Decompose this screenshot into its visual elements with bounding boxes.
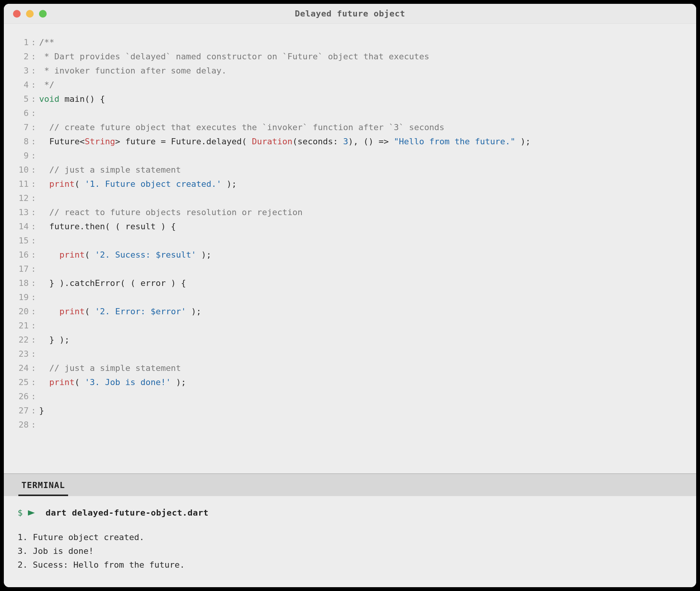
code-line: 9: — [8, 149, 687, 163]
code-line: 6: — [8, 106, 687, 120]
line-number: 20 — [8, 304, 29, 318]
line-separator: : — [29, 149, 39, 163]
code-content: } ).catchError( ( error ) { — [39, 276, 186, 290]
code-line: 21: — [8, 318, 687, 333]
window-title: Delayed future object — [4, 9, 696, 18]
line-separator: : — [29, 389, 39, 403]
line-number: 2 — [8, 49, 29, 64]
terminal-command: dart delayed-future-object.dart — [46, 506, 208, 520]
line-number: 5 — [8, 92, 29, 106]
code-line: 22: } ); — [8, 333, 687, 347]
line-number: 26 — [8, 389, 29, 403]
line-separator: : — [29, 418, 39, 432]
terminal-tabbar: TERMINAL — [4, 474, 696, 496]
line-number: 17 — [8, 262, 29, 276]
line-separator: : — [29, 134, 39, 149]
terminal-output-line: 3. Job is done! — [18, 544, 682, 558]
line-number: 9 — [8, 149, 29, 163]
terminal-panel: TERMINAL $ dart delayed-future-object.da… — [4, 473, 696, 587]
line-separator: : — [29, 35, 39, 49]
code-content: // just a simple statement — [39, 361, 181, 375]
code-line: 27:} — [8, 403, 687, 418]
code-content: print( '1. Future object created.' ); — [39, 177, 237, 191]
code-content: } — [39, 403, 44, 418]
line-separator: : — [29, 177, 39, 191]
code-line: 17: — [8, 262, 687, 276]
window-controls — [4, 10, 47, 18]
code-line: 10: // just a simple statement — [8, 163, 687, 177]
code-line: 26: — [8, 389, 687, 403]
code-content: print( '2. Sucess: $result' ); — [39, 248, 211, 262]
line-separator: : — [29, 290, 39, 304]
code-line: 19: — [8, 290, 687, 304]
code-content: * invoker function after some delay. — [39, 64, 226, 78]
line-separator: : — [29, 403, 39, 418]
code-line: 16: print( '2. Sucess: $result' ); — [8, 248, 687, 262]
code-content: Future<String> future = Future.delayed( … — [39, 134, 531, 149]
code-content: /** — [39, 35, 54, 49]
prompt-dollar-icon: $ — [18, 506, 23, 520]
terminal-body[interactable]: $ dart delayed-future-object.dart 1. Fut… — [4, 496, 696, 587]
code-line: 4: */ — [8, 78, 687, 92]
prompt-arrow-icon — [28, 510, 35, 516]
line-separator: : — [29, 262, 39, 276]
terminal-tab[interactable]: TERMINAL — [18, 476, 68, 496]
line-separator: : — [29, 304, 39, 318]
line-number: 12 — [8, 191, 29, 205]
code-line: 11: print( '1. Future object created.' )… — [8, 177, 687, 191]
line-number: 18 — [8, 276, 29, 290]
code-line: 18: } ).catchError( ( error ) { — [8, 276, 687, 290]
line-number: 23 — [8, 347, 29, 361]
code-line: 5:void main() { — [8, 92, 687, 106]
code-line: 23: — [8, 347, 687, 361]
line-number: 8 — [8, 134, 29, 149]
line-separator: : — [29, 276, 39, 290]
line-separator: : — [29, 64, 39, 78]
terminal-output-line: 2. Sucess: Hello from the future. — [18, 558, 682, 572]
line-number: 10 — [8, 163, 29, 177]
line-number: 7 — [8, 120, 29, 134]
line-number: 25 — [8, 375, 29, 389]
line-separator: : — [29, 205, 39, 219]
code-editor[interactable]: 1:/**2: * Dart provides `delayed` named … — [4, 24, 696, 473]
line-number: 4 — [8, 78, 29, 92]
code-line: 12: — [8, 191, 687, 205]
code-content: */ — [39, 78, 54, 92]
code-content: future.then( ( result ) { — [39, 219, 176, 233]
minimize-icon[interactable] — [26, 10, 34, 18]
line-number: 15 — [8, 233, 29, 248]
zoom-icon[interactable] — [39, 10, 47, 18]
line-number: 16 — [8, 248, 29, 262]
close-icon[interactable] — [13, 10, 21, 18]
code-line: 24: // just a simple statement — [8, 361, 687, 375]
line-number: 19 — [8, 290, 29, 304]
code-line: 7: // create future object that executes… — [8, 120, 687, 134]
line-separator: : — [29, 163, 39, 177]
line-number: 1 — [8, 35, 29, 49]
line-separator: : — [29, 375, 39, 389]
line-separator: : — [29, 92, 39, 106]
line-number: 6 — [8, 106, 29, 120]
line-separator: : — [29, 106, 39, 120]
code-line: 13: // react to future objects resolutio… — [8, 205, 687, 219]
code-line: 28: — [8, 418, 687, 432]
line-separator: : — [29, 361, 39, 375]
code-content: print( '3. Job is done!' ); — [39, 375, 186, 389]
line-separator: : — [29, 333, 39, 347]
code-content: print( '2. Error: $error' ); — [39, 304, 201, 318]
line-number: 27 — [8, 403, 29, 418]
line-number: 13 — [8, 205, 29, 219]
code-content: // react to future objects resolution or… — [39, 205, 303, 219]
editor-window: Delayed future object 1:/**2: * Dart pro… — [4, 4, 696, 587]
code-content: // just a simple statement — [39, 163, 181, 177]
line-separator: : — [29, 318, 39, 333]
line-separator: : — [29, 233, 39, 248]
line-number: 22 — [8, 333, 29, 347]
line-number: 14 — [8, 219, 29, 233]
terminal-output: 1. Future object created.3. Job is done!… — [18, 531, 682, 572]
line-number: 3 — [8, 64, 29, 78]
line-number: 24 — [8, 361, 29, 375]
titlebar: Delayed future object — [4, 4, 696, 24]
line-number: 28 — [8, 418, 29, 432]
code-content: * Dart provides `delayed` named construc… — [39, 49, 429, 64]
